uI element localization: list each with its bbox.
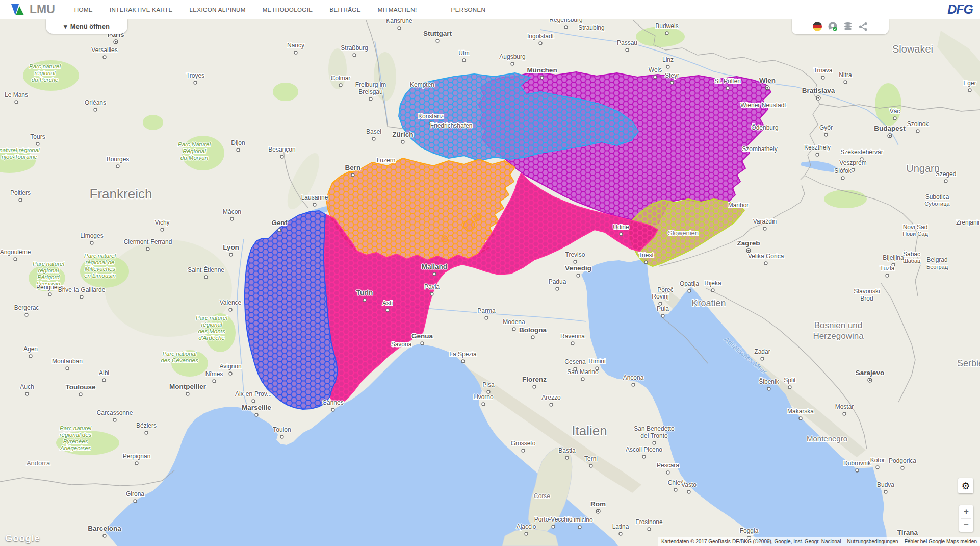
city-label: Dubrovnik	[843, 460, 871, 467]
city-label: La Spezia	[449, 351, 477, 358]
park-label: régional	[201, 321, 222, 328]
city-label: Freiburg im	[355, 81, 386, 88]
city-label: Maribor	[728, 202, 749, 209]
city-marker	[386, 309, 389, 312]
nav-items: HOMEINTERAKTIVE KARTELEXICON ALPINUMMETH…	[74, 6, 503, 14]
open-menu-button[interactable]: ▾ Menü öffnen	[46, 19, 127, 34]
park-area	[273, 83, 298, 101]
city-label: Treviso	[565, 251, 585, 258]
city-label: Keszthely	[804, 144, 831, 151]
city-label: Augsburg	[499, 53, 525, 60]
dfg-logo[interactable]: DFG	[947, 2, 973, 17]
survey-region-orange-switzerland-island[interactable]	[474, 214, 481, 221]
park-label: du Morvan	[180, 155, 208, 161]
city-label: Rimini	[588, 358, 605, 365]
city-marker	[666, 471, 669, 474]
city-label: Belgrad	[926, 256, 947, 263]
city-label: Grosseto	[511, 440, 536, 447]
city-label: Opatija	[680, 280, 699, 287]
city-marker	[578, 526, 581, 529]
city-marker	[944, 180, 947, 183]
city-marker	[525, 532, 528, 535]
nav-item-methodologie[interactable]: METHODOLOGIE	[263, 7, 313, 13]
park-label: naturel régional	[0, 147, 40, 153]
city-label: Steyr	[665, 72, 679, 79]
survey-region-orange-switzerland-island[interactable]	[463, 220, 475, 231]
city-marker	[844, 81, 847, 84]
city-marker	[688, 289, 691, 292]
city-marker	[901, 466, 904, 469]
city-marker	[25, 313, 28, 316]
country-label: Montenegro	[807, 434, 847, 443]
city-marker	[113, 418, 116, 421]
city-label: Bologna	[519, 326, 547, 334]
city-marker	[550, 403, 553, 406]
nav-item-personen[interactable]: PERSONEN	[451, 7, 486, 13]
city-marker	[512, 328, 515, 331]
city-marker	[252, 400, 255, 403]
city-label: Bourges	[107, 156, 130, 163]
city-marker	[574, 260, 577, 263]
city-marker	[433, 272, 436, 276]
nav-item-mitmachen-[interactable]: MITMACHEN!	[378, 7, 417, 13]
city-label: Parma	[477, 307, 496, 314]
city-label: Breisgau	[358, 88, 382, 95]
city-marker	[421, 342, 424, 345]
city-marker	[763, 227, 766, 230]
city-label: Београд	[926, 264, 948, 270]
city-label: Wels	[649, 66, 662, 73]
city-marker	[294, 51, 297, 54]
language-flag-german-icon[interactable]	[813, 22, 822, 31]
city-marker	[654, 76, 657, 79]
database-icon[interactable]	[843, 22, 853, 31]
report-error-link[interactable]: Fehler bei Google Maps melden	[901, 537, 980, 546]
nav-item-beitr-ge[interactable]: BEITRÄGE	[329, 7, 360, 13]
park-label: des Monts	[198, 328, 225, 334]
city-marker	[230, 217, 234, 220]
user-login-status-icon[interactable]	[828, 22, 837, 31]
lmu-logo[interactable]: LMU	[10, 3, 55, 16]
city-marker	[90, 241, 93, 244]
city-label: Rijeka	[704, 280, 721, 287]
city-marker	[533, 385, 536, 388]
city-marker	[824, 133, 828, 136]
city-label: Szombathely	[742, 145, 777, 153]
city-label: Novi Sad	[903, 224, 928, 231]
city-label: San Marino	[567, 368, 599, 376]
map-canvas[interactable]: FrankreichItalienUngarnSlowakeiKroatienB…	[0, 0, 980, 546]
park-label: Régional	[183, 148, 206, 154]
city-label: Wiener Neustadt	[740, 102, 786, 109]
nav-item-interaktive-karte[interactable]: INTERAKTIVE KARTE	[110, 7, 173, 13]
city-marker	[135, 462, 138, 465]
share-icon[interactable]	[859, 22, 868, 31]
city-label: Béziers	[136, 422, 157, 429]
city-marker	[145, 431, 148, 434]
nav-item-lexicon-alpinum[interactable]: LEXICON ALPINUM	[189, 7, 245, 13]
map-settings-button[interactable]: ⚙	[958, 478, 973, 493]
nav-item-home[interactable]: HOME	[74, 7, 93, 13]
city-label: Nitra	[839, 71, 852, 79]
city-label: Pavia	[424, 283, 440, 290]
city-label: Sarajevo	[856, 369, 884, 377]
survey-region-orange-switzerland-island[interactable]	[442, 236, 448, 242]
city-label: Tirana	[897, 529, 918, 536]
city-marker	[229, 372, 232, 375]
city-marker	[280, 155, 283, 158]
zoom-out-button[interactable]: −	[959, 519, 973, 532]
city-marker	[229, 253, 233, 256]
google-logo[interactable]: Google	[5, 533, 40, 544]
city-label: Girona	[126, 490, 144, 498]
city-label: Bijeljina	[883, 254, 904, 261]
terms-link[interactable]: Nutzungsbedingungen	[844, 537, 901, 546]
country-label: Bosnien und	[814, 320, 863, 330]
city-marker	[511, 62, 514, 65]
city-label: del Tronto	[640, 432, 668, 439]
city-label: Eger	[963, 80, 976, 87]
capital-marker-core	[597, 510, 599, 512]
city-marker	[648, 528, 651, 531]
capital-marker-core	[747, 250, 750, 252]
city-label: Trnava	[814, 67, 833, 74]
zoom-in-button[interactable]: +	[959, 505, 973, 518]
city-marker	[280, 435, 283, 438]
city-marker	[788, 386, 791, 389]
